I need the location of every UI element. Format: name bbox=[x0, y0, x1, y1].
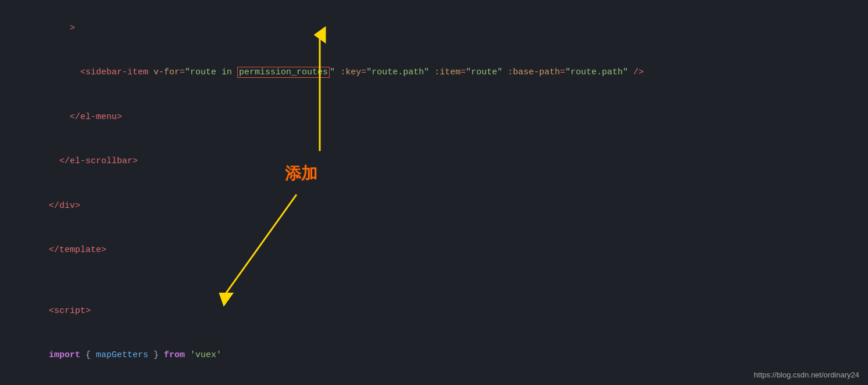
token-from1: from bbox=[164, 350, 185, 360]
token-mapgetters: mapGetters bbox=[96, 350, 148, 360]
code-line-5: </div> bbox=[12, 183, 868, 228]
token-key: "route.path" bbox=[366, 67, 429, 77]
code-line-6: </template> bbox=[12, 228, 868, 273]
code-line-1: > bbox=[12, 6, 868, 51]
token-attrval2: " bbox=[330, 67, 335, 77]
token-tag3: </el-menu> bbox=[49, 112, 122, 122]
code-line-4: </el-scrollbar> bbox=[12, 139, 868, 184]
token-attrval: "route in bbox=[185, 67, 237, 77]
token-import1: import bbox=[49, 350, 80, 360]
token-eq2: = bbox=[361, 67, 366, 77]
token-tag: <sidebar-item bbox=[49, 67, 153, 77]
token-tag4: </el-scrollbar> bbox=[49, 156, 138, 166]
token-eq4: = bbox=[560, 67, 565, 77]
token-scripttag: <script> bbox=[49, 306, 91, 316]
token-close: /> bbox=[628, 67, 644, 77]
token-tag: > bbox=[49, 23, 75, 33]
bottom-url: https://blog.csdn.net/ordinary24 bbox=[754, 370, 859, 379]
token-item: :item bbox=[429, 67, 460, 77]
token-highlight-perm: permission_routes bbox=[237, 67, 330, 78]
token-eq: = bbox=[180, 67, 185, 77]
code-container: > <sidebar-item v-for="route in permissi… bbox=[0, 0, 868, 385]
token-baseval: "route.path" bbox=[565, 67, 628, 77]
code-line-3: </el-menu> bbox=[12, 95, 868, 139]
token-vuex: 'vuex' bbox=[190, 350, 222, 360]
code-line-8: <script> bbox=[12, 289, 868, 333]
code-line-2: <sidebar-item v-for="route in permission… bbox=[12, 51, 868, 95]
token-base: :base-path bbox=[502, 67, 560, 77]
code-line-9: import { mapGetters } from 'vuex' bbox=[12, 333, 868, 378]
token-attr: v-for bbox=[153, 67, 180, 77]
token-eq3: = bbox=[460, 67, 466, 77]
code-line-10: import Logo from './Logo' bbox=[12, 377, 868, 385]
token-tag5: </div> bbox=[49, 201, 80, 211]
code-line-7 bbox=[12, 272, 868, 289]
token-attr2: :key bbox=[335, 67, 361, 77]
token-itemval: "route" bbox=[466, 67, 502, 77]
token-tag6: </template> bbox=[49, 245, 106, 255]
